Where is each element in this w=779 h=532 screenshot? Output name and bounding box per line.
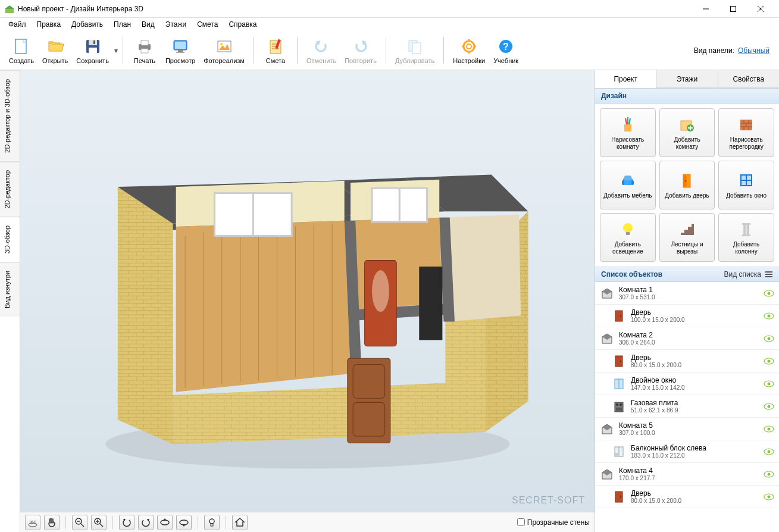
list-view-mode[interactable]: Вид списка — [724, 270, 773, 278]
add-room-button[interactable]: Добавить комнату — [659, 108, 715, 157]
svg-point-176 — [620, 496, 621, 497]
object-row-child[interactable]: Газовая плита51.0 x 62.1 x 86.9 — [595, 395, 779, 418]
zoom-in-button[interactable] — [91, 515, 107, 530]
undo-button[interactable]: Отменить — [302, 33, 340, 67]
visibility-eye-icon[interactable] — [764, 493, 774, 500]
visibility-eye-icon[interactable] — [764, 471, 774, 478]
visibility-eye-icon[interactable] — [764, 380, 774, 387]
svg-line-88 — [100, 524, 103, 527]
room-icon — [600, 467, 614, 481]
visibility-eye-icon[interactable] — [764, 403, 774, 410]
tilt-up-button[interactable] — [157, 515, 173, 530]
redo-button[interactable]: Повторить — [340, 33, 381, 67]
viewport[interactable]: 360 Прозрачные стены SECRET-SOFT — [20, 70, 595, 532]
object-row-room[interactable]: Комната 5307.0 x 100.0 — [595, 418, 779, 440]
visibility-eye-icon[interactable] — [764, 312, 774, 320]
svg-rect-18 — [176, 52, 184, 53]
tab-project[interactable]: Проект — [595, 70, 656, 88]
menu-file[interactable]: Файл — [4, 19, 31, 30]
object-name: Комната 2 — [619, 331, 764, 339]
visibility-eye-icon[interactable] — [764, 425, 774, 433]
object-dimensions: 170.0 x 217.7 — [619, 475, 764, 481]
object-row-child[interactable]: Дверь80.0 x 15.0 x 200.0 — [595, 486, 779, 508]
tab-floors[interactable]: Этажи — [656, 70, 718, 87]
tab-2d-editor[interactable]: 2D-редактор — [0, 161, 20, 217]
design-tools-grid: Нарисовать комнату Добавить комнату Нари… — [595, 104, 779, 267]
panel-mode-link[interactable]: Обычный — [738, 46, 769, 55]
tab-3d-view[interactable]: 3D-обзор — [0, 217, 20, 262]
svg-rect-14 — [141, 49, 148, 53]
object-row-child[interactable]: Дверь80.0 x 15.0 x 200.0 — [595, 350, 779, 373]
add-column-button[interactable]: Добавить колонну — [718, 213, 774, 262]
add-window-button[interactable]: Добавить окно — [718, 161, 774, 209]
object-list[interactable]: Комната 1307.0 x 531.0Дверь100.0 x 15.0 … — [595, 282, 779, 532]
visibility-eye-icon[interactable] — [764, 290, 774, 297]
preview-button[interactable]: Просмотр — [161, 33, 199, 67]
open-button[interactable]: Открыть — [38, 33, 72, 67]
object-row-room[interactable]: Комната 1307.0 x 531.0 — [595, 282, 779, 305]
draw-room-button[interactable]: Нарисовать комнату — [600, 108, 656, 157]
add-door-button[interactable]: Добавить дверь — [659, 161, 715, 209]
object-row-room[interactable]: Комната 4170.0 x 217.7 — [595, 463, 779, 486]
svg-point-161 — [768, 405, 771, 408]
tilt-down-button[interactable] — [176, 515, 192, 530]
zoom-out-button[interactable] — [72, 515, 87, 530]
svg-rect-16 — [175, 42, 186, 49]
object-row-room[interactable]: Комната 2306.0 x 264.0 — [595, 327, 779, 350]
print-button[interactable]: Печать — [128, 33, 161, 67]
right-panel-tabs: Проект Этажи Свойства — [595, 70, 779, 88]
save-dropdown-arrow[interactable]: ▾ — [114, 46, 118, 55]
object-row-child[interactable]: Балконный блок слева183.0 x 15.0 x 212.0 — [595, 440, 779, 463]
transparent-walls-checkbox[interactable] — [517, 518, 525, 526]
tab-2d-3d-combined[interactable]: 2D-редактор и 3D-обзор — [0, 70, 20, 161]
photoreal-button[interactable]: Фотореализм — [199, 33, 249, 67]
home-view-button[interactable] — [232, 515, 248, 530]
balcony-icon — [612, 445, 626, 459]
rotate-right-button[interactable] — [138, 515, 154, 530]
maximize-button[interactable] — [719, 0, 747, 18]
duplicate-icon — [405, 37, 424, 56]
object-row-child[interactable]: Двойное окно147.0 x 15.0 x 142.0 — [595, 373, 779, 395]
visibility-eye-icon[interactable] — [764, 448, 774, 455]
menu-add[interactable]: Добавить — [67, 19, 108, 30]
tutorial-button[interactable]: ? Учебник — [489, 33, 523, 67]
stairs-cutouts-button[interactable]: Лестницы и вырезы — [659, 213, 715, 262]
menu-plan[interactable]: План — [109, 19, 136, 30]
menu-view[interactable]: Вид — [137, 19, 159, 30]
svg-rect-100 — [624, 124, 631, 132]
tab-properties[interactable]: Свойства — [718, 70, 779, 87]
minimize-button[interactable] — [692, 0, 719, 18]
estimate-button[interactable]: Смета — [259, 33, 292, 67]
object-row-child[interactable]: Дверь100.0 x 15.0 x 200.0 — [595, 305, 779, 327]
visibility-eye-icon[interactable] — [764, 335, 774, 342]
svg-rect-129 — [742, 223, 750, 225]
close-button[interactable] — [747, 0, 774, 18]
rotate-360-button[interactable]: 360 — [25, 515, 40, 530]
menu-help[interactable]: Справка — [224, 19, 261, 30]
pan-button[interactable] — [44, 515, 60, 530]
svg-point-147 — [768, 337, 771, 340]
object-name: Комната 1 — [619, 286, 764, 294]
svg-rect-19 — [218, 41, 231, 52]
create-button[interactable]: Создать — [5, 33, 38, 67]
add-lighting-button[interactable]: Добавить освещение — [600, 213, 656, 262]
svg-point-72 — [372, 270, 389, 312]
add-furniture-button[interactable]: Добавить мебель — [600, 161, 656, 209]
save-button[interactable]: Сохранить — [72, 33, 113, 67]
menu-edit[interactable]: Правка — [32, 19, 66, 30]
settings-button[interactable]: Настройки — [449, 33, 489, 67]
gear-icon — [459, 37, 478, 56]
door-icon — [612, 354, 626, 368]
tab-inside-view[interactable]: Вид изнутри — [0, 262, 20, 317]
menu-estimate[interactable]: Смета — [192, 19, 223, 30]
menu-floors[interactable]: Этажи — [161, 19, 191, 30]
draw-partition-button[interactable]: Нарисовать перегородку — [718, 108, 774, 157]
transparent-walls-toggle[interactable]: Прозрачные стены — [517, 518, 590, 527]
duplicate-button[interactable]: Дублировать — [391, 33, 439, 67]
3d-view-area[interactable] — [20, 70, 595, 512]
svg-point-141 — [620, 315, 621, 317]
lighting-button[interactable] — [204, 515, 220, 530]
visibility-eye-icon[interactable] — [764, 358, 774, 365]
column-icon — [737, 220, 756, 239]
rotate-left-button[interactable] — [119, 515, 134, 530]
